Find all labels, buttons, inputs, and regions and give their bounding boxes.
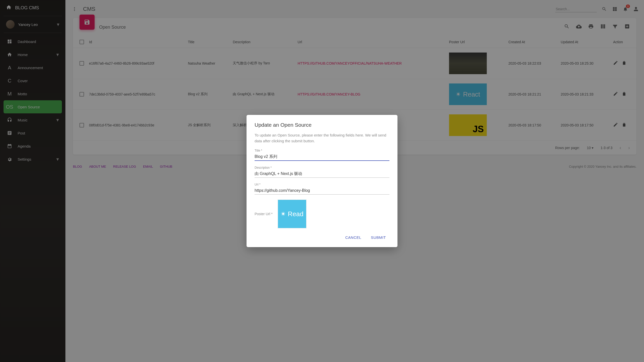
dialog-title: Update an Open Source <box>255 122 389 128</box>
url-label: Url * <box>255 183 389 186</box>
description-label: Description * <box>255 166 389 169</box>
update-dialog: Update an Open Source To update an Open … <box>247 115 397 247</box>
poster-label: Poster Url * <box>255 212 273 216</box>
submit-button[interactable]: SUBMIT <box>367 233 389 242</box>
poster-thumb: ✴ Read <box>278 200 306 228</box>
poster-upload[interactable]: ✴ Read <box>278 200 306 228</box>
title-input[interactable] <box>255 153 389 161</box>
modal-overlay[interactable]: Update an Open Source To update an Open … <box>0 0 644 362</box>
cancel-button[interactable]: CANCEL <box>342 233 365 242</box>
description-input[interactable] <box>255 170 389 178</box>
title-label: Title * <box>255 149 389 152</box>
dialog-desc: To update an Open Source, please enter t… <box>255 132 389 144</box>
url-input[interactable] <box>255 187 389 195</box>
